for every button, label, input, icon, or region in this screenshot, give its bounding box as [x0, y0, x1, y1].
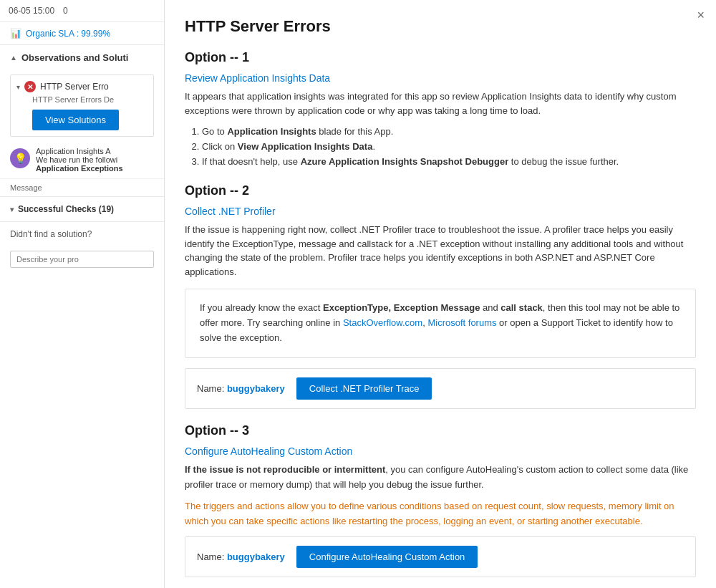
step-3: If that doesn't help, use Azure Applicat…	[202, 155, 696, 170]
callout-text: If you already know the exact ExceptionT…	[200, 302, 679, 343]
step-2: Click on View Application Insights Data.	[202, 140, 696, 155]
insights-desc2: Application Exceptions	[36, 164, 123, 173]
insights-title: Application Insights A	[36, 147, 123, 155]
date-label-1: 06-05 15:00	[9, 6, 54, 16]
right-panel: × HTTP Server Errors Option -- 1 Review …	[165, 0, 716, 588]
option3-subheading: Configure AutoHealing Custom Action	[185, 445, 696, 457]
chevron-up-icon: ▲	[10, 54, 17, 62]
obs-item-title: HTTP Server Erro	[40, 82, 109, 92]
error-circle-icon: ✕	[24, 81, 36, 92]
option3-name-label: Name: buggybakery	[197, 551, 285, 562]
option3-desc2-text: The triggers and actions allow you to de…	[185, 501, 674, 526]
successful-checks-header[interactable]: ▾ Successful Checks (19)	[0, 196, 164, 221]
message-label: Message	[0, 178, 164, 196]
option3-desc1: If the issue is not reproducible or inte…	[185, 463, 696, 493]
option2-action-row: Name: buggybakery Collect .NET Profiler …	[185, 368, 696, 409]
insights-item: 💡 Application Insights A We have run the…	[10, 147, 154, 173]
option1-steps: Go to Application Insights blade for thi…	[202, 125, 696, 169]
option1-desc: It appears that application insights was…	[185, 90, 696, 117]
step-1: Go to Application Insights blade for thi…	[202, 125, 696, 140]
organic-sla-label: Organic SLA : 99.99%	[26, 29, 110, 39]
option3-heading: Option -- 3	[185, 423, 696, 438]
obs-item-desc: HTTP Server Errors De	[32, 95, 147, 104]
chevron-down-icon: ▾	[16, 83, 20, 91]
insights-desc1: We have run the followi	[36, 155, 123, 164]
describe-input[interactable]	[10, 251, 154, 268]
option2-callout: If you already know the exact ExceptionT…	[185, 289, 696, 357]
insights-text: Application Insights A We have run the f…	[36, 147, 123, 173]
option2-desc: If the issue is happening right now, col…	[185, 223, 696, 279]
option3-desc2: The triggers and actions allow you to de…	[185, 499, 696, 529]
option2-heading: Option -- 2	[185, 183, 696, 198]
stackoverflow-link[interactable]: StackOverflow.com	[343, 317, 422, 328]
observations-section-header[interactable]: ▲ Observations and Soluti	[0, 44, 164, 70]
chart-icon: 📊	[10, 28, 21, 39]
view-solutions-button[interactable]: View Solutions	[32, 110, 119, 130]
close-button[interactable]: ×	[697, 9, 705, 21]
option1-heading: Option -- 1	[185, 50, 696, 65]
collect-profiler-button[interactable]: Collect .NET Profiler Trace	[296, 377, 432, 400]
configure-autohealing-button[interactable]: Configure AutoHealing Custom Action	[296, 546, 478, 568]
option3-name-value: buggybakery	[227, 551, 285, 562]
successful-checks-label: Successful Checks (19)	[18, 204, 114, 214]
option2-subheading: Collect .NET Profiler	[185, 206, 696, 217]
obs-item-header: ▾ ✕ HTTP Server Erro	[16, 81, 147, 92]
organic-sla[interactable]: 📊 Organic SLA : 99.99%	[0, 22, 164, 44]
option3-action-row: Name: buggybakery Configure AutoHealing …	[185, 536, 696, 577]
option1-subheading: Review Application Insights Data	[185, 72, 696, 84]
option2-name-label: Name: buggybakery	[197, 383, 285, 394]
left-panel: 06-05 15:00 0 📊 Organic SLA : 99.99% ▲ O…	[0, 0, 165, 588]
option3-bold: If the issue is not reproducible or inte…	[185, 464, 385, 475]
microsoft-forums-link[interactable]: Microsoft forums	[427, 317, 496, 328]
observations-label: Observations and Soluti	[21, 52, 129, 63]
option2-name-value: buggybakery	[227, 383, 285, 394]
didnt-find-label: Didn't find a solution?	[0, 221, 164, 246]
date-label-2: 0	[63, 6, 68, 16]
top-bar: 06-05 15:00 0	[0, 0, 164, 22]
obs-http-server-errors: ▾ ✕ HTTP Server Erro HTTP Server Errors …	[10, 74, 154, 137]
bulb-icon: 💡	[10, 148, 30, 168]
chevron-down-icon-2: ▾	[10, 206, 14, 213]
panel-title: HTTP Server Errors	[185, 17, 696, 36]
